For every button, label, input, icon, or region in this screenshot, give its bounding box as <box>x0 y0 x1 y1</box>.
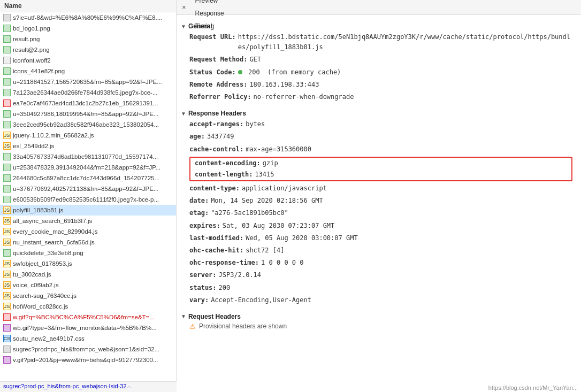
provisional-headers-warning: ⚠ Provisional headers are shown <box>177 321 581 332</box>
file-list-item[interactable]: result.png <box>0 34 176 44</box>
file-name-label: 7a123ae26344ae0d266fe7844d938fc5.jpeg?x-… <box>13 89 173 96</box>
file-icon: JS <box>3 260 11 267</box>
header-value: gzip <box>263 158 278 168</box>
header-key: ohc-cache-hit: <box>189 245 243 256</box>
request-headers-section-header[interactable]: ▼ Request Headers <box>177 312 581 321</box>
file-icon <box>3 324 11 332</box>
response-header-row: ohc-cache-hit: shct72 [4] <box>177 244 581 257</box>
file-name-label: tu_3002cad.js <box>13 271 173 278</box>
file-name-label: all_async_search_691b3f7.js <box>13 218 173 224</box>
response-header-row: age: 3437749 <box>177 130 581 143</box>
file-name-label: voice_c0f9ab2.js <box>13 282 173 288</box>
file-list-item[interactable]: icons_441e82f.png <box>0 66 176 76</box>
file-list-item[interactable]: JSjquery-1.10.2.min_65682a2.js <box>0 130 176 141</box>
file-name-label: soutu_new2_ae491b7.css <box>13 335 173 342</box>
header-key: date: <box>189 196 209 206</box>
file-icon: JS <box>3 206 11 214</box>
file-list-item[interactable]: JSswfobject_0178953.js <box>0 258 176 269</box>
file-list-item[interactable]: sugrec?prod=pc_his&from=pc_web&json=1&si… <box>0 344 176 355</box>
file-list-item[interactable]: v.gif?pid=201&pj=www&fm=behs&qid=9127792… <box>0 355 176 365</box>
file-list-item[interactable]: w.gif?q=%BC%BC%CA%F5%C5%D6&fm=se&T=... <box>0 312 176 322</box>
remote-address-value: 180.163.198.33:443 <box>249 80 319 90</box>
request-headers-title: Request Headers <box>188 313 241 320</box>
file-name-label: w.gif?q=%BC%BC%CA%F5%C5%D6&fm=se&T=... <box>13 314 173 320</box>
file-icon: JS <box>3 239 11 246</box>
response-header-row: content-encoding: gzip <box>190 158 571 169</box>
file-list-item[interactable]: bd_logo1.png <box>0 23 176 34</box>
close-tab-button[interactable]: × <box>179 2 189 12</box>
header-key: content-encoding: <box>195 158 261 168</box>
file-name-label: u=2118841527,1565720635&fm=85&app=92&f=J… <box>13 79 173 85</box>
file-name-label: u=376770692,4025721138&fm=85&app=92&f=JP… <box>13 186 173 192</box>
file-list-item[interactable]: JSpolyfill_1883b81.js <box>0 205 176 216</box>
file-icon: JS <box>3 292 11 299</box>
file-list-item[interactable]: u=2118841527,1565720635&fm=85&app=92&f=J… <box>0 76 176 87</box>
file-list-item[interactable]: JShotWord_cc828cc.js <box>0 301 176 312</box>
tabs-bar: × HeadersPreviewResponseTiming <box>177 0 581 15</box>
request-url-row: Request URL: https://dss1.bdstatic.com/5… <box>177 31 581 53</box>
header-key: age: <box>189 132 205 142</box>
file-list-item[interactable]: 3eee2ced95cb92ad38c582f946abe323_1538020… <box>0 119 176 130</box>
header-value: 200 <box>219 283 231 293</box>
headers-content: ▼ General Request URL: https://dss1.bdst… <box>177 15 581 392</box>
file-list-item[interactable]: wb.gif?type=3&fm=flow_monitor&data=%5B%7… <box>0 322 176 333</box>
header-value: max-age=315360000 <box>246 144 311 155</box>
file-name-label: result.png <box>13 36 173 42</box>
request-headers-toggle-icon: ▼ <box>181 313 186 319</box>
referrer-policy-value: no-referrer-when-downgrade <box>254 92 354 102</box>
file-list-item[interactable]: iconfont.woff2 <box>0 55 176 66</box>
file-icon: JS <box>3 228 11 235</box>
file-list-item[interactable]: JSvoice_c0f9ab2.js <box>0 280 176 290</box>
tab-preview[interactable]: Preview <box>189 0 230 7</box>
file-icon <box>3 110 11 118</box>
file-list-item[interactable]: quickdelete_33e3eb8.png <box>0 248 176 258</box>
file-icon <box>3 174 11 182</box>
file-list-item[interactable]: e600536b509f7ed9c852535c6111f2f0.jpeg?x-… <box>0 194 176 205</box>
file-name-label: ea7e0c7af4673ed4cd13dc1c2b27c1eb_1562913… <box>13 100 173 106</box>
request-url-label: Request URL: <box>189 32 236 52</box>
right-panel: × HeadersPreviewResponseTiming ▼ General… <box>177 0 581 392</box>
file-icon <box>3 249 11 257</box>
file-list-item[interactable]: u=2538478329,3913492044&fm=218&app=92&f=… <box>0 162 176 173</box>
file-icon <box>3 35 11 43</box>
header-key: server: <box>189 270 217 280</box>
file-name-label: s?ie=utf-8&wd=%E6%8A%80%E6%99%C%AF%E8...… <box>13 14 173 21</box>
file-list-item[interactable]: s?ie=utf-8&wd=%E6%8A%80%E6%99%C%AF%E8...… <box>0 12 176 23</box>
file-name-label: jquery-1.10.2.min_65682a2.js <box>13 132 173 139</box>
header-key: vary: <box>189 295 209 305</box>
file-list-item[interactable]: JStu_3002cad.js <box>0 269 176 280</box>
file-list-panel[interactable]: Name s?ie=utf-8&wd=%E6%8A%80%E6%99%C%AF%… <box>0 0 177 381</box>
file-list-item[interactable]: 2644680c5c897a8cc1dc7dc7443d966d_1542077… <box>0 173 176 183</box>
file-list-item[interactable]: u=376770692,4025721138&fm=85&app=92&f=JP… <box>0 183 176 194</box>
header-value: 3437749 <box>207 132 234 142</box>
file-list-item[interactable]: 33a4057673374d6ad1bbc9811310770d_1559717… <box>0 151 176 162</box>
file-list-item[interactable]: JSall_async_search_691b3f7.js <box>0 216 176 226</box>
header-key: status: <box>189 283 217 293</box>
file-list-item[interactable]: JSevery_cookie_mac_82990d4.js <box>0 226 176 237</box>
file-list-item[interactable]: 7a123ae26344ae0d266fe7844d938fc5.jpeg?x-… <box>0 87 176 98</box>
file-icon <box>3 164 11 171</box>
file-icon: JS <box>3 281 11 289</box>
file-name-label: sugrec?prod=pc_his&from=pc_web&json=1&si… <box>13 346 173 352</box>
file-list-item[interactable]: result@2.png <box>0 44 176 55</box>
header-key: content-length: <box>195 170 253 180</box>
file-icon <box>3 313 11 321</box>
file-name-label: hotWord_cc828cc.js <box>13 303 173 310</box>
status-code-label: Status Code: <box>189 67 236 78</box>
response-header-row: etag: "a276-5ac1891b05bc0" <box>177 207 581 219</box>
file-icon <box>3 57 11 64</box>
response-headers-section-header[interactable]: ▼ Response Headers <box>177 109 581 118</box>
file-icon <box>3 345 11 353</box>
file-list-item[interactable]: CSsoutu_new2_ae491b7.css <box>0 333 176 344</box>
file-list-item[interactable]: ea7e0c7af4673ed4cd13dc1c2b27c1eb_1562913… <box>0 98 176 109</box>
file-list-item[interactable]: u=3504927986,180199954&fm=85&app=92&f=JP… <box>0 109 176 119</box>
general-section-header[interactable]: ▼ General <box>177 21 581 31</box>
file-list-item[interactable]: JSesl_2549dd2.js <box>0 141 176 151</box>
header-key: expires: <box>189 221 220 231</box>
file-icon: JS <box>3 132 11 139</box>
file-list-item[interactable]: JSsearch-sug_76340ce.js <box>0 290 176 301</box>
header-key: content-type: <box>189 183 240 194</box>
file-list-item[interactable]: JSnu_instant_search_6cfa56d.js <box>0 237 176 248</box>
file-name-label: 3eee2ced95cb92ad38c582f946abe323_1538020… <box>13 121 173 128</box>
file-icon: CS <box>3 335 11 342</box>
